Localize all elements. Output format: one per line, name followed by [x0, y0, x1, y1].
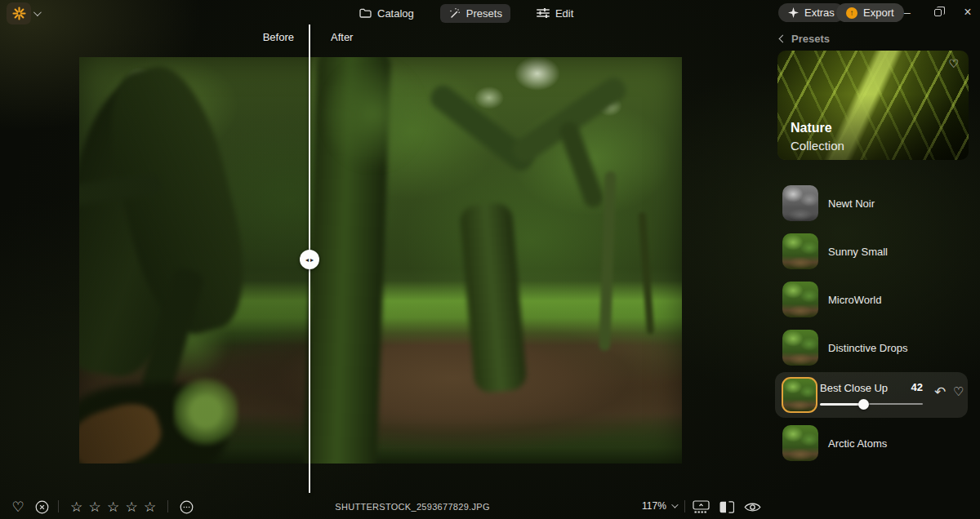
preset-name: Best Close Up: [820, 382, 888, 394]
presets-back-button[interactable]: Presets: [780, 33, 830, 45]
zoom-level-dropdown[interactable]: 117%: [642, 500, 676, 512]
star-icon[interactable]: ☆: [143, 499, 157, 516]
restore-button[interactable]: [925, 0, 950, 24]
preset-thumbnail: [782, 330, 818, 366]
slider-track-filled: [820, 403, 861, 406]
preset-item-arctic-atoms[interactable]: Arctic Atoms: [777, 425, 969, 461]
collection-subtitle: Collection: [791, 139, 844, 153]
after-label: After: [331, 31, 353, 43]
minimize-icon: –: [904, 6, 911, 19]
collection-title: Nature: [791, 121, 832, 135]
chevron-left-icon: [779, 35, 787, 43]
star-rating[interactable]: ☆ ☆ ☆ ☆ ☆: [69, 499, 157, 516]
minimize-button[interactable]: –: [895, 0, 920, 24]
sunburst-logo-icon: [12, 7, 26, 20]
preset-item-distinctive-drops[interactable]: Distinctive Drops: [777, 330, 969, 366]
photo-moss-drape-shape: [324, 57, 422, 171]
photo-big-tree-trunk-shape: [459, 202, 528, 394]
export-button[interactable]: ↑ Export: [836, 3, 904, 22]
preset-thumbnail: [782, 282, 818, 317]
handle-left-arrow-icon: ◂: [305, 256, 309, 264]
preset-name: Sunny Small: [828, 246, 888, 258]
reject-photo-button[interactable]: [33, 499, 50, 515]
star-icon[interactable]: ☆: [125, 499, 139, 516]
preset-item-microworld[interactable]: MicroWorld: [777, 282, 969, 317]
preset-name: Newt Noir: [828, 197, 875, 210]
star-icon[interactable]: ☆: [88, 499, 102, 516]
tab-presets[interactable]: Presets: [440, 4, 510, 23]
preview-original-button[interactable]: [744, 499, 760, 515]
logo-dropdown-chevron-icon[interactable]: [33, 8, 42, 16]
tab-catalog[interactable]: Catalog: [351, 4, 422, 23]
filmstrip-panel-icon: [693, 500, 710, 513]
folder-icon: [359, 8, 372, 18]
preset-item-best-close-up-selected[interactable]: Best Close Up 42 ↶ ♡: [775, 372, 968, 418]
favorite-heart-icon[interactable]: ♡: [953, 384, 964, 399]
photo-thin-trunk-shape: [639, 212, 654, 335]
divider: [684, 500, 685, 512]
collection-card-nature[interactable]: Nature Collection ♡: [777, 51, 969, 160]
magic-wand-icon: [448, 7, 461, 20]
close-icon: ×: [964, 5, 971, 20]
current-filename: SHUTTERSTOCK_2593677829.JPG: [335, 502, 489, 512]
before-darken-overlay: [79, 57, 310, 464]
main-tabs: Catalog Presets Edit: [351, 2, 581, 24]
restore-icon: [934, 9, 942, 16]
presets-back-label: Presets: [791, 33, 830, 45]
tab-presets-label: Presets: [466, 7, 502, 20]
circle-x-icon: [35, 500, 49, 514]
undo-icon[interactable]: ↶: [934, 384, 946, 401]
compare-view-toggle-button[interactable]: [719, 499, 735, 515]
slider-knob[interactable]: [858, 399, 869, 410]
adjust-sliders-icon: [537, 8, 550, 18]
handle-right-arrow-icon: ▸: [310, 256, 314, 264]
preset-item-newt-noir[interactable]: Newt Noir: [777, 185, 969, 221]
tab-catalog-label: Catalog: [377, 7, 414, 20]
split-square-icon: [719, 501, 734, 513]
slider-track-rest: [869, 403, 923, 405]
extras-button[interactable]: Extras: [778, 3, 844, 22]
preset-name: Arctic Atoms: [828, 437, 887, 450]
close-button[interactable]: ×: [956, 0, 980, 24]
chevron-down-icon: [671, 501, 678, 508]
photo-canvas[interactable]: [79, 57, 682, 464]
preset-amount-value: 42: [902, 381, 923, 393]
divider: [58, 500, 59, 512]
preset-thumbnail-selected: [782, 377, 817, 413]
star-icon[interactable]: ☆: [106, 499, 120, 516]
zoom-level-value: 117%: [642, 500, 666, 512]
collection-favorite-heart-icon[interactable]: ♡: [948, 57, 959, 70]
photo-branch-shape: [557, 119, 606, 211]
tab-edit[interactable]: Edit: [528, 4, 581, 23]
compare-slider-handle[interactable]: ◂ ▸: [300, 250, 319, 269]
export-label: Export: [863, 7, 894, 19]
ellipsis-circle-icon: [180, 500, 194, 514]
preset-name: MicroWorld: [828, 294, 882, 306]
preset-thumbnail: [782, 233, 818, 269]
heart-icon: ♡: [11, 500, 24, 514]
before-label: Before: [245, 31, 294, 43]
extras-label: Extras: [804, 7, 835, 19]
tab-edit-label: Edit: [555, 7, 573, 20]
preset-amount-slider[interactable]: [820, 399, 923, 410]
eye-icon: [744, 502, 761, 512]
filmstrip-panel-toggle-button[interactable]: [693, 499, 709, 515]
preset-name: Distinctive Drops: [828, 342, 908, 354]
more-options-button[interactable]: [178, 499, 194, 515]
preset-thumbnail: [782, 425, 818, 461]
preset-item-sunny-small[interactable]: Sunny Small: [777, 233, 969, 269]
favorite-photo-button[interactable]: ♡: [10, 499, 26, 515]
preset-thumbnail: [782, 185, 818, 221]
star-icon[interactable]: ☆: [69, 499, 83, 516]
divider: [167, 500, 168, 512]
export-up-arrow-icon: ↑: [846, 7, 858, 19]
app-window: Catalog Presets Edit: [0, 0, 980, 519]
sparkle-icon: [788, 7, 799, 18]
app-logo-button[interactable]: [7, 2, 31, 24]
